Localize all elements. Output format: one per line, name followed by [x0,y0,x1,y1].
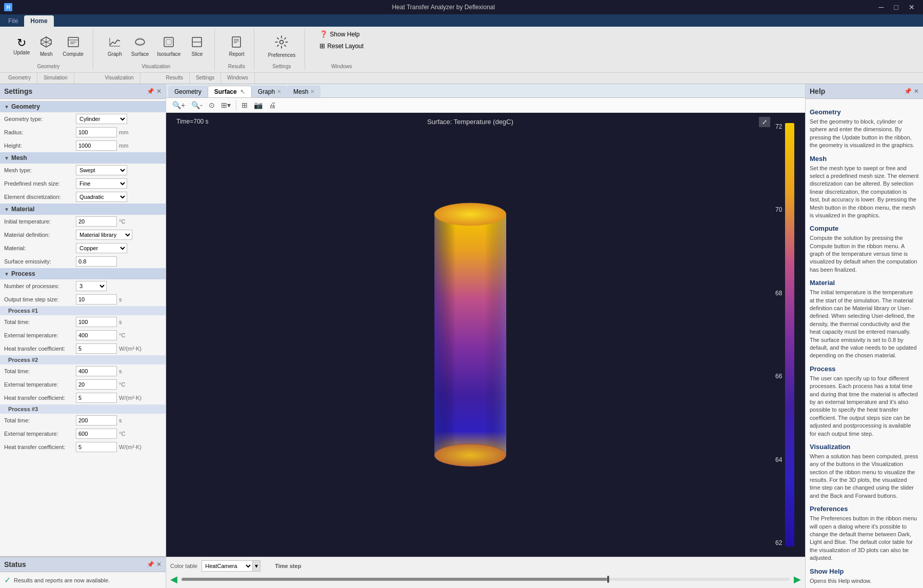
titlebar: H Heat Transfer Analyzer by Deflexional … [0,0,923,14]
mesh-button[interactable]: Mesh [35,34,57,59]
tab-graph-label: Graph [258,88,275,95]
radius-input[interactable] [76,127,117,137]
p1-ext-temp-label: External temperature: [4,332,76,338]
scale-64: 64 [775,456,782,463]
compute-button[interactable]: Compute [59,34,87,59]
status-pin-button[interactable]: 📌 [147,561,154,568]
color-table-arrow[interactable]: ▾ [253,560,260,572]
surface-emissivity-row: Surface emissivity: [0,255,166,268]
slice-icon [191,36,203,50]
play-back-button[interactable]: ◀ [170,574,177,585]
num-processes-select[interactable]: 3 [76,281,107,291]
help-close-button[interactable]: ✕ [914,88,919,95]
close-button[interactable]: ✕ [905,2,919,12]
color-table-select[interactable]: HeatCamera [202,560,253,572]
zoom-in-button[interactable]: 🔍+ [170,100,187,110]
isosurface-button[interactable]: Isosurface [154,34,184,59]
update-button[interactable]: ↻ Update [10,35,33,57]
predefined-mesh-select[interactable]: Fine [76,178,127,189]
geometry-type-select[interactable]: Cylinder [76,114,127,124]
settings-pin-button[interactable]: 📌 [147,88,154,95]
p1-total-time-input[interactable] [76,317,117,327]
p1-ext-temp-input[interactable] [76,330,117,340]
app-icon: H [4,3,12,11]
reset-layout-button[interactable]: ⊞ Reset Layout [315,40,368,51]
preferences-button[interactable]: Preferences [265,33,298,60]
report-button[interactable]: Report [225,34,248,59]
tab-graph[interactable]: Graph ✕ [252,86,287,97]
grid-view-button[interactable]: ⊞ [239,100,250,110]
surface-button[interactable]: Surface [128,34,152,59]
windows-group-label: Windows [331,64,352,70]
tab-mesh-close[interactable]: ✕ [310,89,314,94]
material-label: Material: [4,245,76,251]
svg-rect-16 [232,37,240,47]
p3-ext-temp-input[interactable] [76,429,117,439]
print-button[interactable]: 🖨 [267,100,278,110]
initial-temp-unit: °C [119,218,134,225]
maximize-button[interactable]: □ [890,2,902,12]
visualization-area: Time=700 s Surface: Temperature (degC) ⤢ [166,113,805,557]
p2-ext-temp-input[interactable] [76,379,117,390]
show-help-button[interactable]: ❓ Show Help [315,29,364,39]
process-section-header[interactable]: Process [0,268,166,279]
panel-header-controls: 📌 ✕ [147,88,162,95]
slice-button[interactable]: Slice [186,34,208,59]
material-select[interactable]: Copper [76,243,127,253]
surface-emissivity-input[interactable] [76,256,117,267]
status-panel-header: Status 📌 ✕ [0,557,166,572]
element-disc-select[interactable]: Quadratic [76,192,127,202]
minimize-button[interactable]: ─ [875,2,888,12]
help-pin-button[interactable]: 📌 [904,88,912,95]
p1-heat-coef-input[interactable] [76,343,117,354]
p3-heat-coef-unit: W/(m²·K) [119,444,145,450]
svg-rect-13 [166,39,171,45]
settings-panel: Settings 📌 ✕ Geometry Geometry type: Cyl… [0,84,166,588]
tab-graph-close[interactable]: ✕ [277,89,281,94]
num-processes-label: Number of processes: [4,283,76,289]
tab-geometry[interactable]: Geometry [168,86,208,97]
mesh-type-select[interactable]: Swept [76,165,127,175]
tab-home[interactable]: Home [24,15,53,27]
graph-button[interactable]: Graph [104,34,126,59]
help-process-text: The user can specify up to four differen… [810,375,919,438]
radius-label: Radius: [4,129,76,135]
mesh-type-label: Mesh type: [4,167,76,173]
screenshot-button[interactable]: 📷 [252,100,265,110]
initial-temp-input[interactable] [76,216,117,227]
time-slider-track[interactable] [182,578,790,581]
output-step-input[interactable] [76,294,117,305]
view-options-button[interactable]: ⊞▾ [219,100,233,110]
settings-close-button[interactable]: ✕ [156,88,162,95]
p2-total-time-input[interactable] [76,366,117,376]
geometry-section-header[interactable]: Geometry [0,101,166,112]
scale-min: 62 [775,539,782,546]
p2-heat-coef-input[interactable] [76,393,117,403]
process2-header: Process #2 [0,355,166,364]
tab-surface[interactable]: Surface ↖ [208,86,252,97]
color-table-dropdown[interactable]: HeatCamera ▾ [202,560,260,572]
help-content: Geometry Set the geometry to block, cyli… [806,99,923,588]
zoom-out-button[interactable]: 🔍- [189,100,205,110]
time-slider-thumb[interactable] [607,576,609,583]
material-section-title: Material [11,206,34,213]
status-close-button[interactable]: ✕ [156,561,162,568]
height-input[interactable] [76,140,117,151]
mat-definition-select[interactable]: Material library [76,230,132,240]
play-forward-button[interactable]: ▶ [794,574,801,585]
p3-heat-coef-input[interactable] [76,442,117,452]
expand-view-button[interactable]: ⤢ [759,117,770,127]
window-controls: ─ □ ✕ [875,2,919,12]
p2-heat-coef-unit: W/(m²·K) [119,395,145,401]
toolbar-separator-1 [236,100,236,110]
p3-total-time-input[interactable] [76,415,117,425]
p2-heat-coef-label: Heat transfer coefficient: [4,395,76,401]
material-section-header[interactable]: Material [0,204,166,215]
tab-file[interactable]: File [2,15,24,27]
mesh-section-header[interactable]: Mesh [0,152,166,164]
fit-view-button[interactable]: ⊙ [207,100,217,110]
main-layout: Settings 📌 ✕ Geometry Geometry type: Cyl… [0,84,923,588]
section-settings: Settings [190,73,221,84]
predefined-mesh-row: Predefined mesh size: Fine [0,177,166,190]
tab-mesh[interactable]: Mesh ✕ [287,86,320,97]
